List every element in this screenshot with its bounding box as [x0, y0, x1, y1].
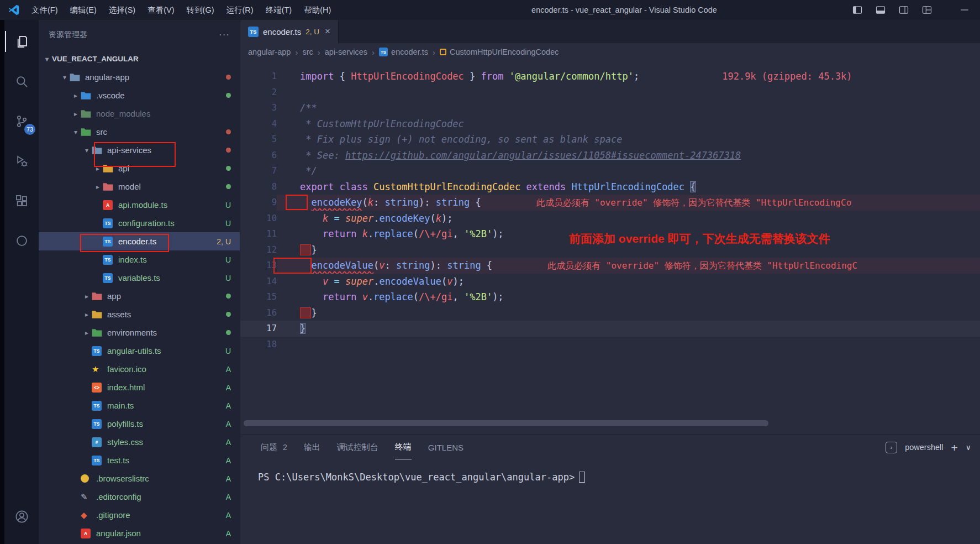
- tree-item-.browserslistrc[interactable]: .browserslistrcA: [39, 469, 240, 488]
- toggle-secondary-sidebar-icon[interactable]: [898, 4, 909, 15]
- sidebar-header: 资源管理器 ···: [39, 20, 240, 50]
- panel-tab-debug-console[interactable]: 调试控制台: [337, 435, 378, 459]
- menu-view[interactable]: 查看(V): [141, 0, 180, 20]
- code-line-14[interactable]: 14 v = super.encodeValue(v);: [240, 274, 980, 290]
- code-line-8[interactable]: 8export class CustomHttpUrlEncodingCodec…: [240, 179, 980, 195]
- activity-extensions[interactable]: [5, 185, 38, 216]
- tree-item-.editorconfig[interactable]: ✎.editorconfigA: [39, 488, 240, 506]
- tree-item-angular-app[interactable]: ▾angular-app: [39, 68, 240, 86]
- chevron-down-icon: ▾: [42, 55, 52, 63]
- breadcrumb-angular-app[interactable]: angular-app: [248, 48, 291, 56]
- tree-item-index.html[interactable]: <>index.htmlA: [39, 378, 240, 396]
- git-status-badge: U: [225, 274, 231, 283]
- minimize-button[interactable]: [959, 4, 970, 15]
- code-line-16[interactable]: 16 }: [240, 305, 980, 321]
- chevron-closed-icon[interactable]: ▸: [82, 329, 92, 337]
- panel-tab-gitlens[interactable]: GITLENS: [428, 435, 463, 459]
- tree-item-styles.css[interactable]: #styles.cssA: [39, 433, 240, 451]
- tree-item-polyfills.ts[interactable]: TSpolyfills.tsA: [39, 415, 240, 433]
- tree-item-angular-utils.ts[interactable]: TSangular-utils.tsU: [39, 342, 240, 360]
- chevron-closed-icon[interactable]: ▸: [82, 292, 92, 300]
- tree-item-node_modules[interactable]: ▸node_modules: [39, 104, 240, 123]
- code-line-18[interactable]: 18: [240, 337, 980, 353]
- tree-item-api[interactable]: ▸api: [39, 159, 240, 177]
- tree-item-angular.json[interactable]: Aangular.jsonA: [39, 524, 240, 542]
- panel-tab-terminal[interactable]: 终端: [395, 435, 412, 459]
- code-line-5[interactable]: 5 * Fix plus sign (+) not encoding, so s…: [240, 132, 980, 148]
- toggle-panel-icon[interactable]: [875, 4, 886, 15]
- tree-item-app[interactable]: ▸app: [39, 287, 240, 305]
- menu-terminal[interactable]: 终端(T): [260, 0, 298, 20]
- breadcrumb-api-services[interactable]: api-services: [325, 48, 367, 56]
- chevron-open-icon[interactable]: ▾: [60, 74, 70, 81]
- tree-item-test.ts[interactable]: TStest.tsA: [39, 451, 240, 469]
- code-text: }: [277, 242, 980, 258]
- breadcrumb-CustomHttpUrlEncodingCodec[interactable]: CustomHttpUrlEncodingCodec: [440, 48, 559, 56]
- tree-item-variables.ts[interactable]: TSvariables.tsU: [39, 269, 240, 287]
- tree-item-encoder.ts[interactable]: TSencoder.ts2, U: [39, 232, 240, 250]
- tree-root[interactable]: ▾ VUE_REACT_ANGULAR: [39, 50, 240, 68]
- chevron-closed-icon[interactable]: ▸: [71, 92, 81, 100]
- new-terminal-icon[interactable]: +: [951, 442, 957, 453]
- activity-search[interactable]: [5, 66, 38, 97]
- code-line-13[interactable]: 13 encodeValue(v: string): string {此成员必须…: [240, 258, 980, 274]
- tree-item-model[interactable]: ▸model: [39, 177, 240, 196]
- tree-item-favicon.ico[interactable]: ★favicon.icoA: [39, 360, 240, 378]
- code-line-7[interactable]: 7 */: [240, 163, 980, 179]
- code-line-3[interactable]: 3/**: [240, 100, 980, 116]
- tree-item-api.module.ts[interactable]: Aapi.module.tsU: [39, 196, 240, 214]
- activity-run-debug[interactable]: [5, 145, 38, 176]
- activity-accounts[interactable]: [5, 501, 38, 532]
- chevron-closed-icon[interactable]: ▸: [82, 311, 92, 318]
- menu-selection[interactable]: 选择(S): [103, 0, 141, 20]
- shell-name[interactable]: powershell: [905, 443, 943, 452]
- code-line-17[interactable]: 17}: [240, 321, 980, 337]
- tree-item-.gitignore[interactable]: ◆.gitignoreA: [39, 506, 240, 524]
- code-line-6[interactable]: 6 * See: https://github.com/angular/angu…: [240, 148, 980, 164]
- terminal-dropdown-icon[interactable]: ∨: [966, 443, 971, 452]
- menu-go[interactable]: 转到(G): [181, 0, 220, 20]
- terminal[interactable]: PS C:\Users\MonkS\Desktop\vue_react_angu…: [240, 459, 980, 483]
- tree-item-.vscode[interactable]: ▸.vscode: [39, 86, 240, 104]
- activity-explorer[interactable]: [5, 26, 38, 57]
- code-line-2[interactable]: 2: [240, 85, 980, 101]
- tab-encoder-ts[interactable]: TS encoder.ts 2, U ×: [240, 20, 339, 43]
- breadcrumb-encoder.ts[interactable]: TSencoder.ts: [379, 48, 428, 56]
- menu-help[interactable]: 帮助(H): [298, 0, 337, 20]
- tree-item-src[interactable]: ▾src: [39, 123, 240, 141]
- activity-source-control[interactable]: 73: [5, 106, 38, 137]
- editor-group: TS encoder.ts 2, U × angular-app›src›api…: [240, 20, 980, 544]
- code-line-11[interactable]: 11 return k.replace(/\+/gi, '%2B');: [240, 226, 980, 242]
- toggle-sidebar-icon[interactable]: [852, 4, 863, 15]
- code-line-4[interactable]: 4 * CustomHttpUrlEncodingCodec: [240, 116, 980, 132]
- chevron-closed-icon[interactable]: ▸: [71, 110, 81, 118]
- chevron-open-icon[interactable]: ▾: [82, 147, 92, 154]
- code-line-15[interactable]: 15 return v.replace(/\+/gi, '%2B');: [240, 289, 980, 305]
- horizontal-scrollbar[interactable]: [244, 420, 768, 426]
- code-line-10[interactable]: 10 k = super.encodeKey(k);: [240, 211, 980, 227]
- menu-run[interactable]: 运行(R): [220, 0, 259, 20]
- close-tab-icon[interactable]: ×: [325, 26, 330, 37]
- tree-item-api-services[interactable]: ▾api-services: [39, 141, 240, 159]
- menu-edit[interactable]: 编辑(E): [64, 0, 103, 20]
- git-status-badge: A: [226, 493, 231, 501]
- more-actions-icon[interactable]: ···: [219, 29, 230, 40]
- chevron-closed-icon[interactable]: ▸: [93, 183, 103, 191]
- tree-item-assets[interactable]: ▸assets: [39, 305, 240, 323]
- code-line-9[interactable]: 9 encodeKey(k: string): string {此成员必须有 "…: [240, 195, 980, 211]
- customize-layout-icon[interactable]: [921, 4, 932, 15]
- code-line-12[interactable]: 12 }: [240, 242, 980, 258]
- activity-extension-circle[interactable]: [5, 225, 38, 256]
- tree-item-configuration.ts[interactable]: TSconfiguration.tsU: [39, 214, 240, 232]
- chevron-closed-icon[interactable]: ▸: [93, 165, 103, 172]
- tree-item-index.ts[interactable]: TSindex.tsU: [39, 250, 240, 269]
- tree-item-environments[interactable]: ▸environments: [39, 323, 240, 342]
- panel-tab-problems[interactable]: 问题2: [261, 435, 287, 459]
- tree-item-main.ts[interactable]: TSmain.tsA: [39, 396, 240, 415]
- code-line-1[interactable]: 1import { HttpUrlEncodingCodec } from '@…: [240, 69, 980, 85]
- editor[interactable]: 1import { HttpUrlEncodingCodec } from '@…: [240, 61, 980, 435]
- breadcrumb-src[interactable]: src: [302, 48, 313, 56]
- chevron-open-icon[interactable]: ▾: [71, 128, 81, 136]
- panel-tab-output[interactable]: 输出: [304, 435, 320, 459]
- menu-file[interactable]: 文件(F): [25, 0, 64, 20]
